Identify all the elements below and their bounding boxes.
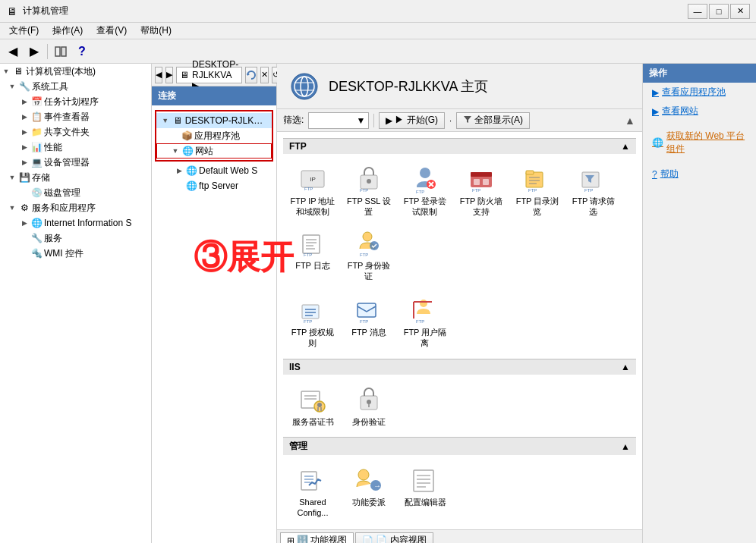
expand-performance[interactable]: ▶	[18, 141, 30, 153]
ftp-dir-icon: FTP	[522, 164, 553, 194]
tree-item-device-manager[interactable]: ▶ 💻 设备管理器	[0, 155, 151, 170]
content-header: DESKTOP-RJLKKVA 主页	[277, 64, 642, 109]
tree-root[interactable]: ▼ 🖥 计算机管理(本地)	[0, 64, 151, 79]
action-help[interactable]: ? 帮助	[643, 165, 756, 184]
event-label: 事件查看器	[44, 111, 90, 124]
ftp-server-label: ftp Server	[199, 180, 238, 191]
mgmt-delegate-item[interactable]: → 功能委派	[342, 461, 395, 523]
conn-item-desktop[interactable]: ▼ 🖥 DESKTOP-RJLKKVA (	[156, 113, 272, 128]
ftp-ip-item[interactable]: IP FTP FTP IP 地址和域限制	[286, 160, 339, 221]
section-iis[interactable]: IIS ▲	[283, 359, 636, 375]
expand-websites[interactable]: ▼	[169, 145, 181, 157]
ftp-dir-item[interactable]: FTP FTP 目录浏览	[511, 160, 564, 221]
maximize-button[interactable]: □	[709, 4, 729, 19]
filter-dropdown[interactable]: ▼	[308, 112, 369, 129]
tree-item-event-viewer[interactable]: ▶ 📋 事件查看器	[0, 109, 151, 124]
services-icon: 🔧	[30, 232, 43, 244]
tree-item-disk-manager[interactable]: 💿 磁盘管理	[0, 185, 151, 200]
help-toolbar-button[interactable]: ?	[72, 42, 92, 61]
menu-view[interactable]: 查看(V)	[90, 23, 133, 39]
expand-storage[interactable]: ▼	[6, 171, 18, 184]
ftp-auth-icon: FTP	[354, 228, 384, 259]
expand-desktop-conn[interactable]: ▼	[159, 115, 172, 127]
iis-cert-icon	[298, 384, 328, 415]
tree-item-system-tools[interactable]: ▼ 🔧 系统工具	[0, 79, 151, 94]
filter-start-button[interactable]: ▶ ▶ 开始(G)	[379, 112, 445, 129]
addr-refresh-button[interactable]	[245, 67, 257, 83]
action-get-components[interactable]: 🌐 获取新的 Web 平台组件	[643, 127, 756, 159]
addr-back-button[interactable]: ◀	[155, 67, 162, 83]
menu-file[interactable]: 文件(F)	[3, 23, 45, 39]
show-hide-button[interactable]	[51, 42, 71, 61]
forward-button[interactable]: ▶	[24, 42, 44, 61]
action-icon-apppool: ▶	[652, 87, 659, 98]
content-view-tab[interactable]: 📄 📄 内容视图	[355, 532, 433, 544]
svg-point-48	[420, 300, 427, 307]
expand-shared[interactable]: ▶	[18, 126, 30, 138]
minimize-button[interactable]: —	[688, 4, 707, 19]
address-icon: 🖥	[180, 70, 189, 80]
ftp-auth2-item[interactable]: FTP FTP 授权规则	[286, 291, 339, 353]
ftp-firewall-item[interactable]: FTP FTP 防火墙支持	[455, 160, 508, 221]
action-view-apppool[interactable]: ▶ 查看应用程序池	[643, 83, 756, 102]
ftp-login-item[interactable]: FTP FTP 登录尝试限制	[398, 160, 452, 221]
expand-system-tools[interactable]: ▼	[6, 80, 18, 93]
expand-task[interactable]: ▶	[18, 96, 30, 108]
section-mgmt[interactable]: 管理 ▲	[283, 437, 636, 455]
action-view-website[interactable]: ▶ 查看网站	[643, 102, 756, 121]
ftp-log-item[interactable]: FTP FTP 日志	[286, 224, 339, 286]
default-web-icon: 🌐	[185, 165, 197, 177]
close-button[interactable]: ✕	[730, 4, 750, 19]
tree-item-task-scheduler[interactable]: ▶ 📅 任务计划程序	[0, 94, 151, 109]
addr-forward-button[interactable]: ▶	[165, 67, 173, 83]
conn-item-ftp-server[interactable]: 🌐 ftp Server	[152, 178, 276, 193]
iis-cert-item[interactable]: 服务器证书	[286, 381, 339, 431]
iis-icon-grid: 服务器证书 身份验证	[283, 381, 636, 431]
tree-item-services-apps[interactable]: ▼ ⚙ 服务和应用程序	[0, 200, 151, 215]
tree-item-performance[interactable]: ▶ 📊 性能	[0, 140, 151, 155]
mgmt-config-item[interactable]: 配置编辑器	[398, 461, 452, 523]
ftp-ssl-item[interactable]: FTP FTP SSL 设置	[342, 160, 395, 221]
collapse-button[interactable]: ▲	[624, 115, 636, 127]
ftp-msg-item[interactable]: FTP FTP 消息	[342, 291, 395, 353]
storage-icon: 💾	[18, 171, 30, 184]
expand-device[interactable]: ▶	[18, 156, 30, 168]
expand-iis[interactable]: ▶	[18, 217, 30, 229]
svg-text:FTP: FTP	[528, 188, 537, 193]
conn-item-websites[interactable]: ▼ 🌐 网站	[156, 143, 272, 159]
tree-item-shared-folders[interactable]: ▶ 📁 共享文件夹	[0, 124, 151, 140]
ftp-filter-item[interactable]: FTP FTP 请求筛选	[567, 160, 620, 221]
conn-item-apppool[interactable]: 📦 应用程序池	[156, 128, 272, 143]
expand-default-web[interactable]: ▶	[173, 165, 185, 177]
filter-show-all-button[interactable]: 全部显示(A)	[456, 112, 530, 129]
menu-help[interactable]: 帮助(H)	[134, 23, 178, 39]
mgmt-shared-label: SharedConfig...	[298, 497, 329, 519]
iis-auth-label: 身份验证	[352, 416, 386, 427]
tree-item-wmi[interactable]: 🔩 WMI 控件	[0, 246, 151, 261]
expand-event[interactable]: ▶	[18, 111, 30, 123]
menu-action[interactable]: 操作(A)	[46, 23, 89, 39]
play-icon: ▶	[386, 115, 392, 126]
svg-rect-22	[483, 179, 489, 185]
section-ftp[interactable]: FTP ▲	[283, 138, 636, 154]
iis-auth-item[interactable]: 身份验证	[342, 381, 395, 431]
ftp-user-item[interactable]: FTP FTP 用户隔离	[398, 291, 452, 353]
tree-expand-root[interactable]: ▼	[0, 65, 12, 77]
mgmt-icon-grid: SharedConfig... → 功能委派	[283, 461, 636, 523]
system-tools-icon: 🔧	[18, 80, 30, 93]
feature-view-tab[interactable]: ⊞ 🔢 功能视图	[280, 532, 354, 544]
tree-item-services[interactable]: 🔧 服务	[0, 231, 151, 246]
conn-item-default-web[interactable]: ▶ 🌐 Default Web S	[152, 163, 276, 178]
back-button[interactable]: ◀	[3, 42, 23, 61]
mgmt-delegate-label: 功能委派	[352, 497, 386, 507]
mgmt-shared-item[interactable]: SharedConfig...	[286, 461, 339, 523]
expand-services[interactable]: ▼	[6, 202, 18, 214]
address-field[interactable]: 🖥 DESKTOP-RJLKKVA ▶	[176, 67, 242, 83]
tree-item-iis[interactable]: ▶ 🌐 Internet Information S	[0, 215, 151, 231]
ftp-auth-item[interactable]: FTP FTP 身份验证	[342, 224, 395, 286]
connections-content: ▼ 🖥 DESKTOP-RJLKKVA ( 📦 应用程序池 ▼	[152, 105, 276, 543]
services-apps-icon: ⚙	[18, 202, 30, 214]
addr-close-button[interactable]: ✕	[260, 67, 269, 83]
event-viewer-icon: 📋	[30, 111, 43, 123]
tree-item-storage[interactable]: ▼ 💾 存储	[0, 170, 151, 185]
